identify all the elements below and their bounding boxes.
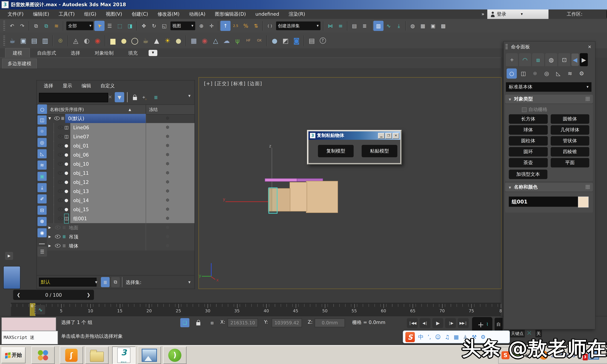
menu-item[interactable]: 动画(A) bbox=[184, 10, 210, 19]
object-button-text-plus[interactable]: 加强型文本 bbox=[509, 170, 547, 179]
metaball-icon[interactable]: ◉ bbox=[199, 34, 210, 47]
maxscript-mini-listener[interactable]: MAXScript 迷 bbox=[1, 331, 58, 344]
sync-selection-icon[interactable]: ≣ bbox=[151, 92, 161, 102]
explorer-search-input[interactable] bbox=[39, 93, 108, 102]
plane-light-icon[interactable]: ▆ bbox=[107, 34, 118, 47]
menu-item[interactable]: undefined bbox=[251, 10, 284, 19]
freeze-toggle-icon[interactable]: ❆ bbox=[166, 205, 169, 214]
hierarchy-view-icon[interactable]: ⧉ bbox=[111, 277, 120, 287]
select-body-object-icon[interactable]: ◩ bbox=[280, 34, 291, 47]
select-and-move-icon[interactable]: ✥ bbox=[139, 21, 149, 31]
auto-key-button[interactable]: 自 bbox=[495, 318, 502, 331]
selected-object-wireframe[interactable] bbox=[268, 187, 277, 214]
freeze-toggle-icon[interactable]: ❆ bbox=[166, 178, 169, 187]
z-coord-value[interactable]: 0.0mm bbox=[315, 318, 345, 327]
toggle-ribbon-icon[interactable]: ▥ bbox=[373, 21, 383, 31]
x-coord-value[interactable]: 216315.10 bbox=[228, 318, 258, 327]
visibility-eye-icon[interactable] bbox=[58, 135, 63, 138]
ime-keyboard-icon[interactable]: ▦ bbox=[454, 333, 459, 340]
previous-frame-icon[interactable]: ❮ bbox=[13, 292, 24, 297]
explorer-row[interactable]: ◫组001❆ bbox=[47, 214, 195, 223]
object-button[interactable]: 平面 bbox=[551, 158, 589, 168]
name-color-rollout[interactable]: ▼名称和颜色 bbox=[505, 183, 593, 192]
taskbar-app-viewer[interactable] bbox=[31, 347, 55, 364]
filter-materials-icon[interactable]: ⊟ bbox=[38, 206, 47, 215]
polygon-modeling-tab[interactable]: 多边形建模 bbox=[2, 59, 37, 68]
object-button[interactable]: 圆柱体 bbox=[509, 136, 548, 146]
visibility-eye-icon[interactable] bbox=[55, 226, 60, 229]
menu-item[interactable]: 自定义 bbox=[96, 80, 119, 91]
render-production-icon[interactable]: ▩ bbox=[438, 21, 448, 31]
search-clear-icon[interactable]: ✕ bbox=[108, 94, 112, 100]
unlink-selection-icon[interactable]: ⧉ bbox=[41, 21, 51, 31]
column-name[interactable]: 名称(按升序排序) bbox=[50, 105, 84, 114]
object-color-swatch[interactable] bbox=[578, 196, 589, 208]
copy-model-button[interactable]: 复制模型 bbox=[318, 145, 354, 157]
bind-to-spacewarp-icon[interactable]: ≋ bbox=[51, 21, 62, 31]
explorer-row[interactable]: ●obj_12❆ bbox=[47, 178, 195, 187]
filter-helpers-icon[interactable]: ◺ bbox=[38, 149, 47, 158]
menu-item[interactable]: 视图(V) bbox=[101, 10, 127, 19]
autogrid-checkbox[interactable] bbox=[522, 107, 527, 112]
dialog-minimize-button[interactable]: ▁ bbox=[378, 133, 385, 139]
taskbar-app-3dsmax-active[interactable]: 3MAX bbox=[112, 347, 135, 364]
object-button[interactable]: 几何球体 bbox=[551, 125, 589, 135]
object-button[interactable]: 圆锥体 bbox=[551, 114, 589, 124]
cone-light-icon[interactable]: ▲ bbox=[151, 34, 162, 47]
panel-close-icon[interactable]: ✕ bbox=[588, 41, 592, 52]
ox-fur-icon[interactable]: OX bbox=[254, 34, 265, 47]
freeze-toggle-icon[interactable]: ❆ bbox=[166, 123, 169, 132]
filter-bones-icon[interactable]: ✐ bbox=[38, 194, 47, 204]
visibility-eye-icon[interactable] bbox=[58, 126, 63, 129]
camera-from-view-icon[interactable]: ◐ bbox=[81, 34, 92, 47]
dialog-close-button[interactable]: ✕ bbox=[393, 133, 399, 139]
explorer-row[interactable]: ▶≣地面❆ bbox=[47, 223, 195, 232]
start-button[interactable]: 开始 bbox=[1, 347, 26, 363]
snaps-toggle-icon[interactable]: ↑ bbox=[220, 21, 231, 31]
menu-overflow-chevron[interactable]: » bbox=[481, 10, 484, 19]
rendered-frame-icon[interactable]: ▣ bbox=[428, 21, 438, 31]
menu-item[interactable]: 编辑 bbox=[77, 80, 96, 91]
schematic-view-icon[interactable]: ⤓ bbox=[394, 21, 404, 31]
filter-containers-icon[interactable]: ⤓ bbox=[38, 183, 47, 192]
lattice-helper-icon[interactable]: △ bbox=[210, 34, 221, 47]
menu-item[interactable]: 创建(C) bbox=[127, 10, 153, 19]
menu-item[interactable]: 渲染(R) bbox=[284, 10, 310, 19]
model-box[interactable] bbox=[290, 182, 307, 211]
go-to-end-button[interactable]: ▶▶❘ bbox=[458, 318, 469, 328]
go-to-start-button[interactable]: ❘◀◀ bbox=[407, 318, 418, 328]
explorer-row[interactable]: ●obj_13❆ bbox=[47, 187, 195, 196]
visibility-eye-icon[interactable] bbox=[58, 217, 63, 220]
gold-teapot-icon[interactable]: ☕ bbox=[140, 34, 151, 47]
viewport[interactable]: [+] [正交] [标准] [边面] z y x y x bbox=[198, 77, 501, 289]
align-icon[interactable]: ≡ bbox=[335, 21, 346, 31]
add-key-button[interactable]: ＋⌇ bbox=[472, 317, 492, 332]
filter-all-icon[interactable]: ○ bbox=[38, 104, 47, 114]
track-bar[interactable]: 510152025303540455055606570758 0 bbox=[11, 303, 501, 316]
filter-funnel-icon[interactable]: ▼ bbox=[115, 92, 124, 102]
ime-emoji-icon[interactable]: ☺ bbox=[435, 333, 441, 340]
explorer-row[interactable]: ●obj_01❆ bbox=[47, 141, 195, 150]
selection-region-icon[interactable]: ⬚ bbox=[115, 21, 125, 31]
select-and-manipulate-icon[interactable]: ✛ bbox=[207, 21, 217, 31]
angle-snap-icon[interactable]: 2.5 bbox=[231, 21, 241, 31]
freeze-toggle-icon[interactable]: ❆ bbox=[166, 141, 169, 150]
next-panel-icon[interactable]: ▶ bbox=[580, 53, 588, 66]
taskbar-app-image-viewer[interactable] bbox=[138, 347, 161, 364]
object-button[interactable]: 长方体 bbox=[509, 114, 548, 124]
dialog-maximize-button[interactable]: ❐ bbox=[385, 133, 392, 139]
primitive-type-dropdown[interactable]: 标准基本体 ▼ bbox=[506, 82, 592, 92]
render-teapot-icon[interactable]: ☕ bbox=[7, 34, 18, 47]
layer-list-icon[interactable]: ≣ bbox=[101, 277, 110, 287]
select-by-name-icon[interactable]: ☰ bbox=[105, 21, 115, 31]
visibility-eye-icon[interactable] bbox=[55, 235, 60, 238]
explorer-row[interactable]: ●obj_10❆ bbox=[47, 159, 195, 169]
mirror-icon[interactable]: ⋈ bbox=[325, 21, 335, 31]
ime-voice-icon[interactable]: ♫ bbox=[445, 333, 450, 340]
viewport-layout-tab[interactable] bbox=[3, 266, 20, 289]
display-tab-icon[interactable]: ⊡ bbox=[558, 53, 570, 66]
selection-filter-dropdown[interactable]: 全部▼ bbox=[66, 22, 93, 30]
selection-set-caret[interactable]: ▼ bbox=[188, 281, 190, 284]
lights-category-icon[interactable]: ⌾ bbox=[530, 68, 540, 79]
explorer-row[interactable]: ●obj_11❆ bbox=[47, 169, 195, 178]
